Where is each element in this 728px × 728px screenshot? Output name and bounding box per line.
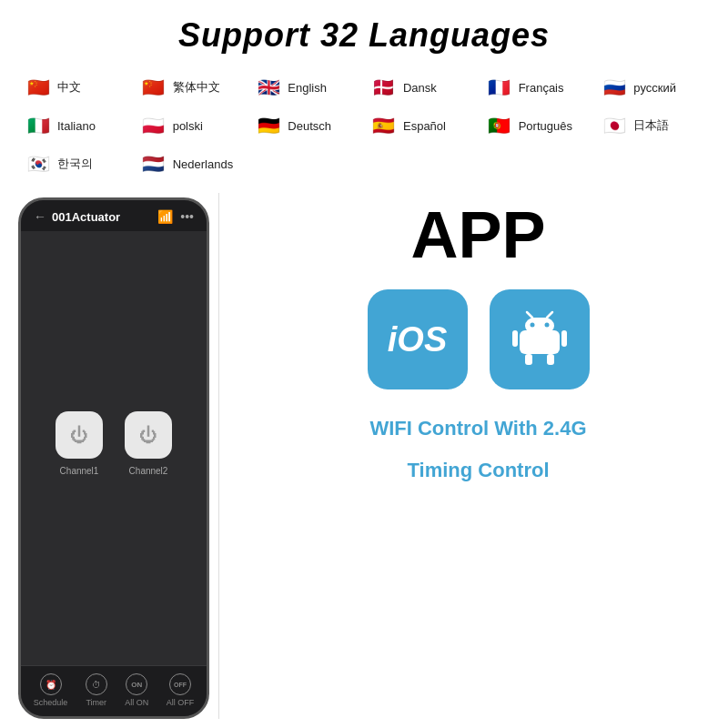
lang-item-0: 🇨🇳中文: [18, 71, 134, 104]
app-label: APP: [410, 202, 545, 268]
lang-item-6: 🇮🇹Italiano: [18, 109, 134, 142]
timing-control-text: Timing Control: [407, 459, 549, 482]
svg-line-11: [547, 312, 552, 318]
wifi-control-text: WIFI Control With 2.4G: [369, 417, 586, 440]
lang-item-3: 🇩🇰Dansk: [364, 71, 480, 104]
timer-label: Timer: [86, 698, 106, 707]
languages-grid: 🇨🇳中文🇨🇳繁体中文🇬🇧English🇩🇰Dansk🇫🇷Français🇷🇺ру…: [18, 71, 710, 180]
lang-name-6: Italiano: [57, 119, 96, 133]
divider: [218, 193, 219, 719]
lang-name-1: 繁体中文: [173, 79, 220, 96]
timer-footer-item[interactable]: ⏱ Timer: [86, 673, 107, 707]
svg-rect-6: [525, 354, 532, 365]
flag-icon-3: 🇩🇰: [369, 73, 399, 102]
flag-icon-0: 🇨🇳: [24, 73, 53, 102]
lang-name-3: Dansk: [403, 81, 437, 95]
channel1-label: Channel1: [60, 466, 99, 476]
more-icon[interactable]: •••: [180, 209, 194, 224]
alloff-footer-item[interactable]: OFF All OFF: [167, 673, 195, 707]
lang-item-9: 🇪🇸Español: [364, 109, 480, 142]
lang-item-1: 🇨🇳繁体中文: [134, 71, 249, 104]
lang-item-12: 🇰🇷한국의: [18, 147, 134, 180]
lang-item-8: 🇩🇪Deutsch: [248, 109, 364, 142]
flag-icon-6: 🇮🇹: [24, 111, 53, 140]
flag-icon-5: 🇷🇺: [600, 73, 629, 102]
store-icons-row: iOS: [368, 289, 590, 389]
lang-name-12: 한국의: [57, 156, 93, 172]
flag-icon-4: 🇫🇷: [485, 73, 514, 102]
ios-label: iOS: [388, 320, 447, 359]
timer-icon: ⏱: [86, 673, 107, 695]
phone-footer: ⏰ Schedule ⏱ Timer ON All ON OFF All OFF: [21, 665, 207, 716]
lang-name-8: Deutsch: [288, 119, 331, 133]
channel1-button[interactable]: ⏻: [56, 411, 103, 459]
lang-item-13: 🇳🇱Nederlands: [134, 147, 249, 180]
svg-rect-7: [547, 354, 554, 365]
phone-body: ⏻ Channel1 ⏻ Channel2: [21, 231, 207, 665]
channel2-item: ⏻ Channel2: [125, 411, 172, 476]
flag-icon-1: 🇨🇳: [139, 73, 168, 102]
flag-icon-11: 🇯🇵: [600, 111, 629, 140]
lang-item-2: 🇬🇧English: [248, 71, 364, 104]
lang-item-4: 🇫🇷Français: [480, 71, 595, 104]
lang-item-11: 🇯🇵日本語: [594, 109, 710, 142]
flag-icon-10: 🇵🇹: [485, 111, 514, 140]
flag-icon-2: 🇬🇧: [254, 73, 283, 102]
phone-title: 001Actuator: [52, 210, 120, 224]
flag-icon-13: 🇳🇱: [139, 149, 168, 178]
page-title: Support 32 Languages: [178, 16, 550, 55]
flag-icon-12: 🇰🇷: [24, 149, 53, 178]
ios-badge[interactable]: iOS: [368, 289, 468, 389]
channel1-item: ⏻ Channel1: [56, 411, 103, 476]
lang-name-11: 日本語: [633, 117, 669, 134]
flag-icon-9: 🇪🇸: [369, 111, 399, 140]
svg-point-8: [530, 323, 534, 328]
lang-name-9: Español: [403, 119, 446, 133]
lang-name-10: Português: [519, 119, 572, 133]
alloff-icon: OFF: [169, 673, 191, 695]
right-section: APP iOS: [228, 193, 710, 719]
page: Support 32 Languages 🇨🇳中文🇨🇳繁体中文🇬🇧English…: [0, 0, 728, 728]
allon-icon: ON: [126, 673, 147, 695]
schedule-footer-item[interactable]: ⏰ Schedule: [34, 673, 68, 707]
lang-name-0: 中文: [57, 79, 81, 96]
lang-name-2: English: [288, 81, 327, 95]
android-icon: [511, 310, 569, 369]
power-icon-1: ⏻: [70, 425, 88, 446]
flag-icon-8: 🇩🇪: [254, 111, 283, 140]
svg-line-10: [527, 312, 532, 318]
schedule-icon: ⏰: [40, 673, 62, 695]
channels-row: ⏻ Channel1 ⏻ Channel2: [56, 411, 172, 476]
svg-point-9: [544, 323, 549, 328]
alloff-label: All OFF: [167, 698, 195, 707]
lang-name-13: Nederlands: [173, 157, 234, 171]
android-badge[interactable]: [490, 289, 590, 389]
lang-name-5: русский: [633, 81, 676, 95]
bottom-section: ← 001Actuator 📶 ••• ⏻ Channel1: [18, 193, 710, 719]
channel2-button[interactable]: ⏻: [125, 411, 172, 459]
svg-rect-4: [512, 330, 518, 347]
power-icon-2: ⏻: [139, 425, 157, 446]
lang-name-7: polski: [173, 119, 203, 133]
wifi-icon: 📶: [157, 209, 173, 224]
back-arrow-icon[interactable]: ←: [34, 209, 46, 224]
allon-footer-item[interactable]: ON All ON: [125, 673, 148, 707]
lang-item-5: 🇷🇺русский: [594, 71, 710, 104]
allon-label: All ON: [125, 698, 148, 707]
channel2-label: Channel2: [129, 466, 168, 476]
flag-icon-7: 🇵🇱: [139, 111, 168, 140]
schedule-label: Schedule: [34, 698, 68, 707]
phone-mockup: ← 001Actuator 📶 ••• ⏻ Channel1: [18, 197, 209, 719]
phone-header: ← 001Actuator 📶 •••: [21, 200, 207, 231]
svg-rect-3: [525, 318, 554, 334]
lang-item-7: 🇵🇱polski: [134, 109, 249, 142]
lang-item-10: 🇵🇹Português: [480, 109, 595, 142]
svg-rect-5: [561, 330, 567, 347]
lang-name-4: Français: [519, 81, 564, 95]
